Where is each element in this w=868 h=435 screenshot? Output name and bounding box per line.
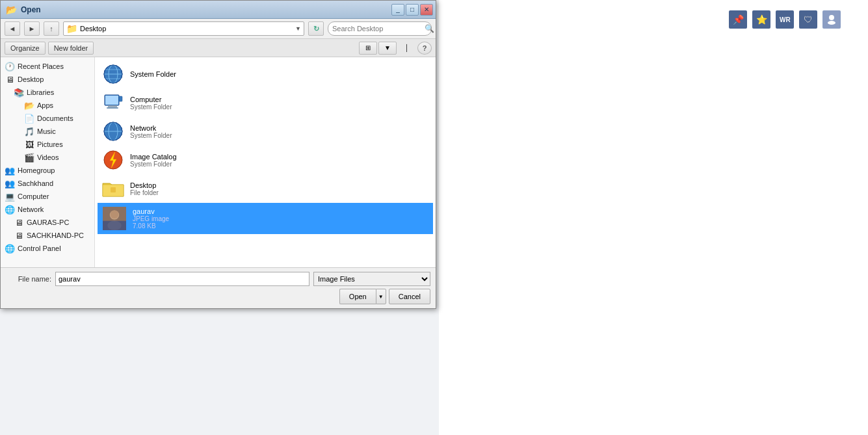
pictures-icon: 🖼 [24, 139, 34, 150]
cancel-button[interactable]: Cancel [389, 289, 430, 304]
fb-shield-icon[interactable]: 🛡 [799, 10, 817, 29]
computer-sidebar-icon: 💻 [5, 191, 15, 202]
file-icon-network [101, 120, 125, 143]
address-text: Desktop [80, 25, 293, 33]
file-info-network: Network System Folder [130, 124, 429, 139]
open-button[interactable]: Open [339, 289, 376, 304]
sachkhand-pc-icon: 🖥 [14, 230, 24, 241]
fb-pin-icon[interactable]: 📌 [729, 10, 747, 29]
open-dialog: 📂 Open _ □ ✕ ◄ ► ↑ 📁 Desktop ▼ ↻ 🔍 [0, 0, 436, 309]
sidebar-item-homegroup[interactable]: 👥 Homegroup [1, 164, 94, 177]
svg-point-23 [111, 210, 119, 218]
dialog-bottom: File name: Image Files Open ▼ Cancel [1, 267, 436, 308]
dialog-titlebar: 📂 Open _ □ ✕ [1, 1, 436, 19]
filename-input[interactable] [55, 272, 309, 286]
back-nav-button[interactable]: ◄ [5, 21, 20, 36]
file-item-desktop[interactable]: Desktop File folder [98, 174, 433, 203]
filetype-select[interactable]: Image Files [313, 272, 430, 286]
new-folder-button[interactable]: New folder [48, 42, 94, 55]
svg-rect-12 [119, 96, 122, 101]
sidebar-item-desktop[interactable]: 🖥 Desktop [1, 73, 94, 86]
search-bar[interactable]: 🔍 [328, 21, 432, 36]
folder-icon-addr: 📁 [66, 23, 77, 34]
sidebar-item-sachkhand-pc[interactable]: 🖥 SACHKHAND-PC [1, 229, 94, 242]
file-icon-folder [101, 177, 125, 200]
file-info-computer: Computer System Folder [130, 96, 429, 111]
libraries-icon: 📚 [14, 87, 24, 98]
address-toolbar: ◄ ► ↑ 📁 Desktop ▼ ↻ 🔍 [1, 19, 436, 39]
separator-btn: │ [398, 42, 416, 55]
svg-rect-11 [107, 107, 118, 109]
file-icon-computer [101, 91, 125, 114]
homegroup-icon: 👥 [5, 165, 15, 176]
apps-icon: 📂 [24, 100, 34, 111]
svg-rect-19 [111, 187, 116, 192]
minimize-button[interactable]: _ [391, 4, 404, 16]
svg-rect-24 [103, 221, 126, 230]
search-input[interactable] [332, 25, 422, 33]
second-toolbar: Organize New folder ⊞ ▼ │ ? [1, 39, 436, 57]
window-controls: _ □ ✕ [391, 4, 433, 16]
svg-rect-10 [108, 105, 117, 107]
control-panel-icon: 🌐 [5, 243, 15, 254]
view-toolbar: ⊞ ▼ │ ? [359, 42, 432, 55]
svg-point-1 [828, 21, 835, 25]
file-item-computer[interactable]: Computer System Folder [98, 88, 433, 117]
file-icon-globe [101, 62, 125, 86]
file-info-system-top: System Folder [130, 70, 429, 78]
fb-wr-icon[interactable]: WR [776, 10, 794, 29]
file-info-gaurav: gaurav JPEG image 7.08 KB [133, 207, 429, 230]
dialog-sidebar: 🕐 Recent Places 🖥 Desktop 📚 Libraries 📂 … [1, 57, 95, 267]
folder-open-icon: 📂 [6, 5, 17, 15]
help-button[interactable]: ? [417, 42, 432, 55]
views-dropdown-button[interactable]: ▼ [378, 42, 397, 55]
fb-toolbar-right: 📌 ⭐ WR 🛡 Gaurav ▼ [729, 10, 868, 29]
file-item-image-catalog[interactable]: Image Catalog System Folder [98, 146, 433, 174]
file-info-desktop: Desktop File folder [130, 181, 429, 196]
music-icon: 🎵 [24, 126, 34, 137]
sidebar-item-music[interactable]: 🎵 Music [1, 125, 94, 138]
file-thumbnail-gaurav [101, 205, 127, 231]
filename-row: File name: Image Files [6, 272, 430, 286]
svg-rect-9 [105, 96, 118, 105]
organize-toolbar: Organize New folder [5, 42, 94, 55]
file-item-gaurav[interactable]: gaurav JPEG image 7.08 KB [98, 203, 433, 234]
fb-user-info: Gaurav ▼ [822, 10, 868, 29]
sidebar-item-libraries[interactable]: 📚 Libraries [1, 86, 94, 99]
sidebar-item-recent-places[interactable]: 🕐 Recent Places [1, 60, 94, 73]
close-button[interactable]: ✕ [420, 4, 433, 16]
file-item-network[interactable]: Network System Folder [98, 117, 433, 146]
file-list: System Folder [95, 57, 436, 267]
fb-username: Gaurav [845, 15, 868, 25]
sidebar-item-apps[interactable]: 📂 Apps [1, 99, 94, 112]
sidebar-item-gauras-pc[interactable]: 🖥 GAURAS-PC [1, 216, 94, 229]
open-cancel-row: Open ▼ Cancel [6, 289, 430, 304]
file-info-image-catalog: Image Catalog System Folder [130, 153, 429, 168]
views-button[interactable]: ⊞ [359, 42, 377, 55]
sidebar-item-sachkhand[interactable]: 👥 Sachkhand [1, 177, 94, 190]
address-bar[interactable]: 📁 Desktop ▼ [63, 21, 304, 36]
documents-icon: 📄 [24, 113, 34, 124]
network-icon: 🌐 [5, 204, 15, 215]
sidebar-item-documents[interactable]: 📄 Documents [1, 112, 94, 125]
address-dropdown-arrow[interactable]: ▼ [295, 25, 301, 32]
maximize-button[interactable]: □ [406, 4, 419, 16]
svg-point-0 [829, 15, 834, 20]
sidebar-item-network[interactable]: 🌐 Network [1, 203, 94, 216]
open-button-group: Open ▼ [339, 289, 386, 304]
sidebar-item-control-panel[interactable]: 🌐 Control Panel [1, 242, 94, 255]
search-icon[interactable]: 🔍 [425, 24, 434, 33]
fb-star-icon[interactable]: ⭐ [752, 10, 770, 29]
sidebar-item-computer[interactable]: 💻 Computer [1, 190, 94, 203]
filename-label: File name: [6, 275, 51, 283]
sidebar-item-pictures[interactable]: 🖼 Pictures [1, 138, 94, 151]
refresh-button[interactable]: ↻ [308, 21, 324, 36]
up-nav-button[interactable]: ↑ [44, 21, 59, 36]
file-item-system-folder-top[interactable]: System Folder [98, 60, 433, 88]
open-dropdown-button[interactable]: ▼ [376, 289, 386, 304]
sidebar-item-videos[interactable]: 🎬 Videos [1, 151, 94, 164]
forward-nav-button[interactable]: ► [24, 21, 40, 36]
organize-button[interactable]: Organize [5, 42, 46, 55]
file-list-inner: System Folder [95, 57, 436, 237]
fb-user-avatar [822, 10, 841, 29]
